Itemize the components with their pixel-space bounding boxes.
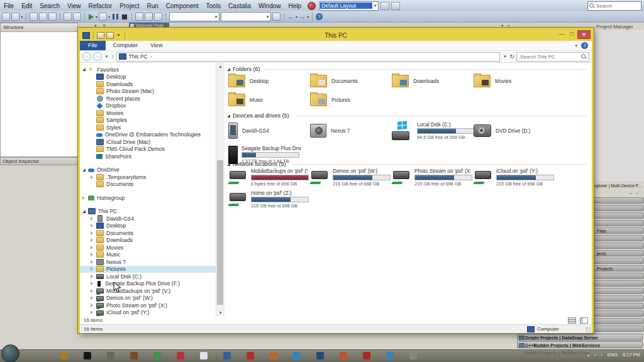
gallery-bar-14[interactable] [594,303,644,309]
maximize-button[interactable]: □ [567,30,577,39]
menu-window[interactable]: Window [255,3,285,9]
expander-icon[interactable] [91,296,93,300]
expander-icon[interactable] [91,260,93,264]
expander-icon[interactable] [91,224,93,228]
expander-icon[interactable] [91,231,93,235]
taskbar-app-icon-7[interactable] [223,352,231,359]
gallery-button-c-builder-projects-webservices[interactable]: C++Builder Projects | WebServices [517,341,643,348]
scroll-up-icon[interactable]: ▲ [216,63,225,70]
config-dropdown-icon[interactable]: ▾ [108,14,110,19]
tile-demos-on-psf-w[interactable]: Demos on 'psf' (W:)215 GB free of 698 GB [310,167,389,188]
tile-nexus-7[interactable]: Nexus 7 [310,119,389,142]
address-dropdown-chevron-icon[interactable]: ▾ [502,54,508,59]
ide-search-box[interactable] [587,1,641,11]
menu-search[interactable]: Search [36,3,64,9]
remove-file-icon[interactable] [73,13,81,21]
delete-layout-icon[interactable] [391,2,400,10]
qat-customize-chevron-icon[interactable]: ▾ [116,33,121,38]
expander-icon[interactable] [91,238,93,242]
forward-button[interactable]: → [93,52,102,61]
run-until-return-icon[interactable] [154,13,162,21]
open-project-icon[interactable] [48,13,57,21]
tree-item-local-disk-c[interactable]: Local Disk (C:) [80,273,216,280]
menu-help[interactable]: Help [285,3,306,9]
properties-icon[interactable] [106,32,114,39]
tree-item-recent-places[interactable]: Recent places [80,95,216,102]
menu-component[interactable]: Component [162,3,203,9]
ide-search-input[interactable] [595,3,634,9]
tree-item-dropbox[interactable]: Dropbox [80,102,216,110]
help-icon[interactable]: ? [581,42,588,49]
breadcrumb[interactable]: This PC [129,53,148,60]
tree-section-favorites[interactable]: ★Favorites [80,66,216,74]
expander-icon[interactable] [82,210,86,213]
ribbon-tab-file[interactable]: File [80,41,106,50]
menu-refactor[interactable]: Refactor [85,3,116,9]
taskbar-app-icon-9[interactable] [270,352,277,359]
tree-section-onedrive[interactable]: OneDrive [80,167,216,174]
expander-icon[interactable] [91,246,93,250]
tree-item-movies[interactable]: Movies [80,244,216,251]
tree-item-desktop[interactable]: Desktop [80,74,216,81]
open-file-icon[interactable] [11,13,19,21]
gallery-bar-7[interactable]: jects [594,250,644,256]
tree-item-nexus-7[interactable]: Nexus 7 [80,258,216,266]
tree-item-tms-cloud-pack-demos[interactable]: TMS Cloud Pack Demos [80,146,216,153]
tree-item-demos-on-psf-w[interactable]: Demos on 'psf' (W:) [80,295,216,302]
breadcrumb-chevron-icon[interactable]: › [150,54,152,60]
details-view-icon[interactable] [568,317,576,324]
tile-desktop[interactable]: Desktop [228,73,308,89]
collapse-group-icon[interactable] [227,114,230,118]
expander-icon[interactable] [91,282,93,285]
menu-project[interactable]: Project [116,3,143,9]
menu-tools[interactable]: Tools [203,3,225,9]
refresh-icon[interactable]: ↻ [509,53,514,60]
tray-up-arrow-icon[interactable]: ▴ [587,353,589,358]
tile-pictures[interactable]: Pictures [310,92,389,108]
gallery-bar-16[interactable] [594,318,644,324]
expander-icon[interactable] [91,310,93,314]
add-file-icon[interactable] [64,13,72,21]
gallery-bar-1[interactable] [594,205,644,211]
tray-network-icon[interactable]: ▪ [594,353,596,357]
tree-item-downloads[interactable]: Downloads [80,80,216,88]
run-icon[interactable] [89,14,94,20]
save-icon[interactable] [30,13,38,21]
expander-icon[interactable] [91,289,93,293]
tree-item-sharepoint[interactable]: SharePoint [80,153,216,160]
group-header-folders-6[interactable]: Folders (6) [227,66,587,72]
tree-item-temporaryitems[interactable]: .TemporaryItems [80,173,216,181]
tree-scrollbar[interactable]: ▲ ▼ [216,63,225,316]
recent-locations-chevron-icon[interactable]: ▾ [104,54,109,59]
expander-icon[interactable] [91,267,93,271]
large-icons-view-icon[interactable] [580,317,588,324]
gallery-bar-8[interactable] [594,258,644,264]
expander-icon[interactable] [91,275,93,278]
tree-section-homegroup[interactable]: Homegroup [80,194,216,202]
gallery-bar-3[interactable] [594,220,644,226]
taskbar-app-icon-5[interactable] [177,352,184,359]
tile-home-on-psf-z[interactable]: Home on 'psf' (Z:)215 GB free of 698 GB [228,189,308,210]
tree-section-this-pc[interactable]: This PC [80,208,216,216]
tree-item-photo-stream-mac[interactable]: Photo Stream (Mac) [80,88,216,96]
tree-item-photo-stream-on-psf-x[interactable]: Photo Stream on 'psf' (X:) [80,302,216,309]
start-button[interactable] [1,344,19,362]
explorer-search-input[interactable] [519,53,581,60]
tree-item-davidi-gs4[interactable]: DavidI-GS4 [80,215,216,222]
explorer-search-box[interactable] [516,52,589,62]
tree-item-documents[interactable]: Documents [80,181,216,189]
expand-ribbon-chevron-icon[interactable]: ▾ [575,43,577,48]
right-dock-tabs[interactable]: xplorer | Multi-Device P... [594,182,644,189]
tree-item-seagate-backup-plus-drive-f[interactable]: Seagate Backup Plus Drive (F:) [80,280,216,288]
new-folder-icon[interactable] [97,32,104,39]
desktop-layout-combo[interactable]: Default Layout ▾ [319,1,379,11]
gallery-bar-2[interactable] [594,212,644,219]
config-combo[interactable]: ▾ [221,12,271,21]
tree-item-styles[interactable]: Styles [80,124,216,131]
open-dropdown-icon[interactable]: ▾ [21,14,23,19]
tree-item-music[interactable]: Music [80,251,216,259]
expander-icon[interactable] [82,196,85,200]
gallery-bar-13[interactable] [594,295,644,302]
forward-dropdown-icon[interactable]: ▾ [307,14,309,19]
gallery-bar-12[interactable] [594,288,644,294]
